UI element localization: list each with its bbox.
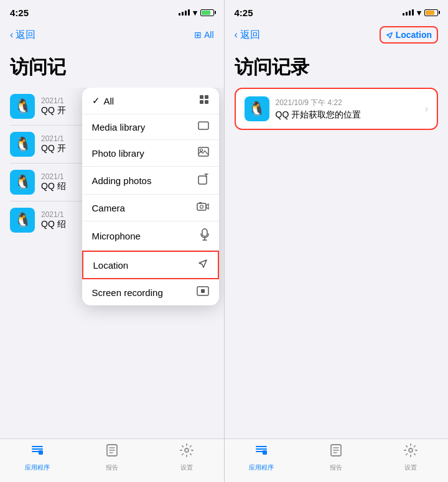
reports-tab-label: 报告	[106, 463, 118, 472]
left-content: 🐧 2021/1 QQ 开 🐧 2021/1 QQ 开 🐧 2021/1 QQ …	[0, 88, 224, 438]
dropdown-label-all: All	[104, 96, 114, 106]
access-desc: QQ 开	[41, 105, 66, 116]
access-desc: QQ 开	[41, 143, 66, 154]
avatar: 🐧	[10, 170, 35, 195]
left-back-label: 返回	[16, 29, 35, 42]
avatar: 🐧	[10, 208, 35, 233]
dropdown-item-microphone[interactable]: Microphone	[82, 221, 219, 251]
svg-point-6	[200, 149, 202, 152]
right-time: 4:25	[235, 7, 253, 18]
svg-rect-0	[200, 95, 203, 99]
left-chevron-icon: ‹	[10, 29, 13, 40]
svg-rect-4	[198, 122, 208, 129]
svg-point-18	[185, 448, 189, 452]
right-tab-reports[interactable]: 报告	[299, 439, 373, 476]
location-nav-label: Location	[396, 30, 432, 40]
right-chevron-icon: ‹	[235, 29, 238, 40]
record-avatar: 🐧	[245, 96, 269, 121]
settings-tab-label-right: 设置	[404, 463, 417, 472]
right-phone-panel: 4:25 ▾ ‹ 返回 Location	[225, 0, 449, 482]
location-record-item[interactable]: 🐧 2021/10/9 下午 4:22 QQ 开始获取您的位置 ›	[235, 88, 439, 130]
settings-tab-label: 设置	[180, 463, 193, 472]
right-tab-apps[interactable]: 应用程序	[225, 439, 299, 476]
apps-tab-icon	[30, 443, 45, 461]
location-nav-icon	[386, 30, 393, 40]
record-text: 2021/10/9 下午 4:22 QQ 开始获取您的位置	[276, 98, 362, 121]
right-status-icons: ▾	[403, 8, 438, 17]
dropdown-item-screen-recording[interactable]: Screen recording	[82, 279, 219, 305]
record-date: 2021/10/9 下午 4:22	[276, 98, 362, 108]
camera-icon	[197, 202, 209, 214]
photo-icon	[198, 147, 209, 159]
battery-icon	[424, 9, 438, 16]
reports-tab-icon-right	[329, 443, 343, 461]
left-status-bar: 4:25 ▾	[0, 0, 224, 22]
add-photo-icon	[198, 174, 209, 187]
right-tab-bar: 应用程序 报告 设置	[225, 438, 449, 482]
avatar: 🐧	[10, 132, 35, 157]
left-tab-bar: 应用程序 报告 设置	[0, 438, 224, 482]
checkmark-icon: ✓	[92, 95, 100, 106]
settings-tab-icon-right	[403, 443, 418, 461]
record-desc: QQ 开始获取您的位置	[276, 109, 362, 121]
svg-rect-8	[197, 203, 206, 210]
signal-icon	[403, 9, 414, 16]
all-label: All	[204, 30, 214, 40]
dropdown-item-media-library[interactable]: Media library	[82, 114, 219, 140]
wifi-icon: ▾	[193, 8, 197, 17]
tab-settings[interactable]: 设置	[149, 439, 224, 476]
dropdown-item-camera[interactable]: Camera	[82, 195, 219, 221]
dropdown-item-adding-photos[interactable]: Adding photos	[82, 167, 219, 195]
dropdown-label-location: Location	[93, 260, 129, 271]
microphone-icon	[200, 228, 209, 243]
right-tab-settings[interactable]: 设置	[373, 439, 448, 476]
wifi-icon: ▾	[417, 8, 421, 17]
svg-rect-19	[263, 450, 267, 455]
right-nav-bar: ‹ 返回 Location	[225, 22, 449, 50]
left-back-button[interactable]: ‹ 返回	[10, 29, 35, 42]
svg-rect-10	[199, 202, 202, 203]
right-back-button[interactable]: ‹ 返回	[235, 29, 260, 42]
right-status-bar: 4:25 ▾	[225, 0, 449, 22]
tab-reports[interactable]: 报告	[75, 439, 149, 476]
chevron-right-icon: ›	[425, 103, 428, 114]
access-desc: QQ 绍	[41, 181, 66, 192]
svg-rect-16	[39, 450, 43, 455]
dropdown-item-photo-library[interactable]: Photo library	[82, 140, 219, 167]
left-status-icons: ▾	[179, 8, 214, 17]
grid-icon	[199, 95, 209, 107]
access-date: 2021/1	[41, 172, 66, 181]
svg-rect-3	[205, 100, 208, 104]
signal-icon	[179, 9, 190, 16]
battery-icon	[200, 9, 214, 16]
svg-rect-1	[205, 95, 208, 99]
left-time: 4:25	[10, 7, 29, 18]
svg-point-21	[409, 448, 413, 452]
avatar: 🐧	[10, 94, 35, 119]
dropdown-item-all[interactable]: ✓ All	[82, 88, 219, 114]
access-desc: QQ 绍	[41, 219, 66, 230]
svg-rect-5	[198, 147, 208, 156]
tab-apps[interactable]: 应用程序	[0, 439, 75, 476]
media-icon	[198, 121, 209, 132]
left-all-button[interactable]: ⊞ All	[194, 30, 214, 40]
svg-rect-7	[198, 176, 207, 184]
reports-tab-icon	[105, 443, 119, 461]
filter-dropdown: ✓ All Media library	[82, 88, 219, 305]
reports-tab-label-right: 报告	[330, 463, 342, 472]
location-filter-button[interactable]: Location	[380, 26, 438, 44]
dropdown-item-location[interactable]: Location	[82, 251, 219, 279]
access-date: 2021/1	[41, 96, 66, 105]
apps-tab-label: 应用程序	[25, 463, 50, 472]
right-back-label: 返回	[240, 29, 260, 42]
screen-record-icon	[197, 286, 209, 299]
dropdown-label-camera: Camera	[92, 203, 125, 213]
access-date: 2021/1	[41, 210, 66, 219]
svg-point-9	[200, 205, 203, 208]
svg-rect-15	[201, 289, 205, 293]
left-nav-bar: ‹ 返回 ⊞ All	[0, 22, 224, 50]
left-phone-panel: 4:25 ▾ ‹ 返回 ⊞ All 访问记	[0, 0, 224, 482]
right-page-title: 访问记录	[225, 50, 449, 88]
apps-tab-icon-right	[254, 443, 269, 461]
dropdown-label-microphone: Microphone	[92, 231, 141, 241]
